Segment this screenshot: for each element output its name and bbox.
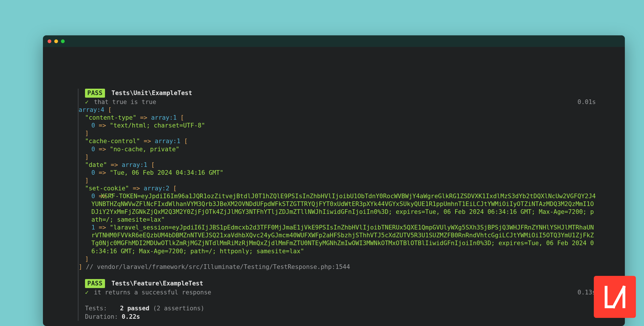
test-case-row: ✓ that true is true 0.01s xyxy=(85,98,596,106)
array-index: 0 xyxy=(91,169,95,176)
header-value: Tue, 06 Feb 2024 04:34:16 GMT xyxy=(113,169,220,176)
window-titlebar xyxy=(43,35,625,47)
summary-tests-label: Tests: xyxy=(85,305,116,312)
terminal-window: PASS Tests\Unit\ExampleTest ✓ that true … xyxy=(43,35,625,326)
array-size: array:1 xyxy=(155,138,180,145)
trace-comment: // vendor/laravel/framework/src/Illumina… xyxy=(86,263,350,270)
cookie-value-xsrf: XSRF-TOKEN=eyJpdiI6Im96a1JQR1ozZitvejBtd… xyxy=(91,193,596,223)
test-case-name: that true is true xyxy=(94,99,156,105)
header-key: date xyxy=(89,161,104,168)
array-index: 0 xyxy=(91,193,95,200)
array-index: 1 xyxy=(91,224,95,231)
summary-duration-label: Duration: xyxy=(85,313,118,321)
array-size: array:1 xyxy=(122,161,148,168)
bracket-open: [ xyxy=(108,106,112,113)
terminal-output: PASS Tests\Unit\ExampleTest ✓ that true … xyxy=(43,47,625,326)
check-icon: ✓ xyxy=(85,289,90,296)
check-icon: ✓ xyxy=(85,98,90,106)
test-result: PASS Tests\Unit\ExampleTest xyxy=(85,89,596,98)
array-header: array:4 xyxy=(79,106,104,113)
summary-duration: 0.22s xyxy=(122,313,140,320)
pass-badge: PASS xyxy=(85,89,105,98)
maximize-icon[interactable] xyxy=(61,39,65,43)
array-size: array:1 xyxy=(151,114,177,121)
bracket-close: ] xyxy=(79,263,82,270)
summary: Tests: 2 passed (2 assertions) xyxy=(85,305,596,312)
test-case-name: it returns a successful response xyxy=(94,289,211,296)
test-suite-name: Tests\Unit\ExampleTest xyxy=(111,90,192,96)
close-icon[interactable] xyxy=(48,39,51,43)
test-case-row: ✓ it returns a successful response 0.13s xyxy=(85,289,596,296)
test-result: PASS Tests\Feature\ExampleTest xyxy=(85,279,596,288)
header-value: text/html; charset=UTF-8 xyxy=(113,122,201,129)
cookie-value-session: laravel_session=eyJpdiI6IjJBS1pEdmcxb2d3… xyxy=(91,224,594,254)
header-key: content-type xyxy=(89,114,133,121)
test-timing: 0.13s xyxy=(578,289,596,296)
summary-assertions: (2 assertions) xyxy=(153,305,204,312)
minimize-icon[interactable] xyxy=(54,39,58,43)
array-size: array:2 xyxy=(144,185,169,192)
header-key: cache-control xyxy=(89,138,136,145)
pass-badge: PASS xyxy=(85,279,105,288)
test-timing: 0.01s xyxy=(578,98,596,106)
header-key: set-cookie xyxy=(89,185,125,192)
array-index: 0 xyxy=(91,122,95,129)
bracket-close: ] xyxy=(85,130,89,137)
brand-logo xyxy=(594,276,636,318)
header-value: no-cache, private xyxy=(113,146,176,153)
array-index: 0 xyxy=(91,146,95,153)
test-suite-name: Tests\Feature\ExampleTest xyxy=(111,280,203,287)
summary-passed: 2 passed xyxy=(120,305,149,312)
array-dump: array:4 [ "content-type" => array:1 [ 0 … xyxy=(79,106,596,271)
